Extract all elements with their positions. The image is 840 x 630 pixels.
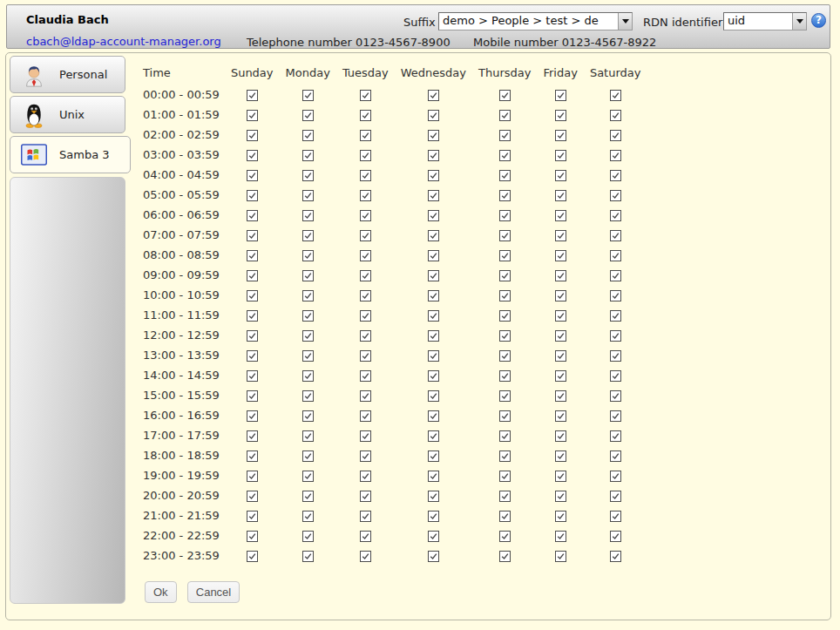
hour-checkbox-monday-13[interactable]: [302, 350, 314, 362]
hour-checkbox-sunday-2[interactable]: [247, 130, 258, 141]
hour-checkbox-thursday-21[interactable]: [499, 511, 511, 522]
hour-checkbox-friday-19[interactable]: [555, 471, 566, 482]
hour-checkbox-tuesday-11[interactable]: [360, 310, 371, 322]
hour-checkbox-tuesday-12[interactable]: [360, 330, 371, 342]
hour-checkbox-tuesday-2[interactable]: [360, 130, 371, 141]
hour-checkbox-wednesday-15[interactable]: [428, 390, 439, 402]
hour-checkbox-wednesday-5[interactable]: [428, 190, 439, 201]
hour-checkbox-wednesday-2[interactable]: [428, 130, 439, 141]
hour-checkbox-monday-12[interactable]: [302, 330, 314, 342]
hour-checkbox-thursday-2[interactable]: [499, 130, 511, 141]
hour-checkbox-tuesday-0[interactable]: [360, 90, 371, 101]
hour-checkbox-saturday-12[interactable]: [610, 330, 621, 342]
hour-checkbox-friday-22[interactable]: [555, 531, 566, 542]
hour-checkbox-thursday-17[interactable]: [499, 430, 511, 442]
account-email-link[interactable]: cbach@ldap-account-manager.org: [26, 35, 221, 48]
hour-checkbox-thursday-22[interactable]: [499, 531, 511, 542]
hour-checkbox-thursday-12[interactable]: [499, 330, 511, 342]
hour-checkbox-tuesday-19[interactable]: [360, 471, 371, 482]
hour-checkbox-sunday-22[interactable]: [247, 531, 258, 542]
hour-checkbox-monday-7[interactable]: [302, 230, 314, 241]
hour-checkbox-thursday-0[interactable]: [499, 90, 511, 101]
hour-checkbox-tuesday-8[interactable]: [360, 250, 371, 261]
hour-checkbox-thursday-18[interactable]: [499, 450, 511, 462]
hour-checkbox-friday-2[interactable]: [555, 130, 566, 141]
hour-checkbox-friday-23[interactable]: [555, 551, 566, 562]
hour-checkbox-tuesday-4[interactable]: [360, 170, 371, 181]
hour-checkbox-friday-18[interactable]: [555, 450, 566, 462]
hour-checkbox-monday-3[interactable]: [302, 150, 314, 161]
hour-checkbox-saturday-20[interactable]: [610, 491, 621, 502]
hour-checkbox-saturday-15[interactable]: [610, 390, 621, 402]
hour-checkbox-friday-0[interactable]: [555, 90, 566, 101]
hour-checkbox-tuesday-3[interactable]: [360, 150, 371, 161]
hour-checkbox-wednesday-20[interactable]: [428, 491, 439, 502]
hour-checkbox-tuesday-5[interactable]: [360, 190, 371, 201]
hour-checkbox-tuesday-22[interactable]: [360, 531, 371, 542]
hour-checkbox-saturday-7[interactable]: [610, 230, 621, 241]
hour-checkbox-monday-14[interactable]: [302, 370, 314, 382]
hour-checkbox-friday-17[interactable]: [555, 430, 566, 442]
hour-checkbox-thursday-6[interactable]: [499, 210, 511, 221]
hour-checkbox-saturday-13[interactable]: [610, 350, 621, 362]
hour-checkbox-tuesday-17[interactable]: [360, 430, 371, 442]
hour-checkbox-tuesday-6[interactable]: [360, 210, 371, 221]
hour-checkbox-sunday-9[interactable]: [247, 270, 258, 281]
hour-checkbox-friday-16[interactable]: [555, 410, 566, 422]
hour-checkbox-wednesday-8[interactable]: [428, 250, 439, 261]
tab-unix[interactable]: Unix: [10, 96, 125, 133]
hour-checkbox-sunday-0[interactable]: [247, 90, 258, 101]
hour-checkbox-tuesday-16[interactable]: [360, 410, 371, 422]
ok-button[interactable]: Ok: [145, 581, 177, 603]
hour-checkbox-wednesday-23[interactable]: [428, 551, 439, 562]
hour-checkbox-sunday-11[interactable]: [247, 310, 258, 322]
hour-checkbox-thursday-14[interactable]: [499, 370, 511, 382]
hour-checkbox-tuesday-20[interactable]: [360, 491, 371, 502]
hour-checkbox-thursday-5[interactable]: [499, 190, 511, 201]
hour-checkbox-monday-17[interactable]: [302, 430, 314, 442]
hour-checkbox-saturday-9[interactable]: [610, 270, 621, 281]
hour-checkbox-wednesday-9[interactable]: [428, 270, 439, 281]
hour-checkbox-saturday-10[interactable]: [610, 290, 621, 301]
hour-checkbox-wednesday-12[interactable]: [428, 330, 439, 342]
hour-checkbox-friday-4[interactable]: [555, 170, 566, 181]
hour-checkbox-wednesday-4[interactable]: [428, 170, 439, 181]
hour-checkbox-monday-21[interactable]: [302, 511, 314, 522]
suffix-select[interactable]: demo > People > test > de: [438, 12, 633, 30]
hour-checkbox-friday-11[interactable]: [555, 310, 566, 322]
hour-checkbox-thursday-19[interactable]: [499, 471, 511, 482]
hour-checkbox-sunday-19[interactable]: [247, 471, 258, 482]
hour-checkbox-monday-20[interactable]: [302, 491, 314, 502]
hour-checkbox-saturday-11[interactable]: [610, 310, 621, 322]
hour-checkbox-thursday-7[interactable]: [499, 230, 511, 241]
hour-checkbox-wednesday-22[interactable]: [428, 531, 439, 542]
hour-checkbox-wednesday-16[interactable]: [428, 410, 439, 422]
hour-checkbox-thursday-13[interactable]: [499, 350, 511, 362]
hour-checkbox-monday-5[interactable]: [302, 190, 314, 201]
hour-checkbox-wednesday-7[interactable]: [428, 230, 439, 241]
hour-checkbox-monday-18[interactable]: [302, 450, 314, 462]
hour-checkbox-friday-15[interactable]: [555, 390, 566, 402]
hour-checkbox-monday-4[interactable]: [302, 170, 314, 181]
hour-checkbox-monday-8[interactable]: [302, 250, 314, 261]
hour-checkbox-wednesday-3[interactable]: [428, 150, 439, 161]
hour-checkbox-monday-23[interactable]: [302, 551, 314, 562]
tab-personal[interactable]: Personal: [10, 56, 125, 93]
hour-checkbox-wednesday-17[interactable]: [428, 430, 439, 442]
hour-checkbox-friday-14[interactable]: [555, 370, 566, 382]
hour-checkbox-friday-20[interactable]: [555, 491, 566, 502]
hour-checkbox-sunday-17[interactable]: [247, 430, 258, 442]
hour-checkbox-friday-8[interactable]: [555, 250, 566, 261]
hour-checkbox-tuesday-18[interactable]: [360, 450, 371, 462]
hour-checkbox-friday-13[interactable]: [555, 350, 566, 362]
hour-checkbox-tuesday-15[interactable]: [360, 390, 371, 402]
hour-checkbox-monday-22[interactable]: [302, 531, 314, 542]
rdn-select-dropdown-button[interactable]: [792, 13, 806, 30]
hour-checkbox-monday-11[interactable]: [302, 310, 314, 322]
hour-checkbox-tuesday-13[interactable]: [360, 350, 371, 362]
hour-checkbox-wednesday-1[interactable]: [428, 110, 439, 121]
hour-checkbox-wednesday-19[interactable]: [428, 471, 439, 482]
tab-samba3[interactable]: Samba 3: [10, 136, 131, 173]
hour-checkbox-friday-1[interactable]: [555, 110, 566, 121]
cancel-button[interactable]: Cancel: [187, 581, 240, 603]
